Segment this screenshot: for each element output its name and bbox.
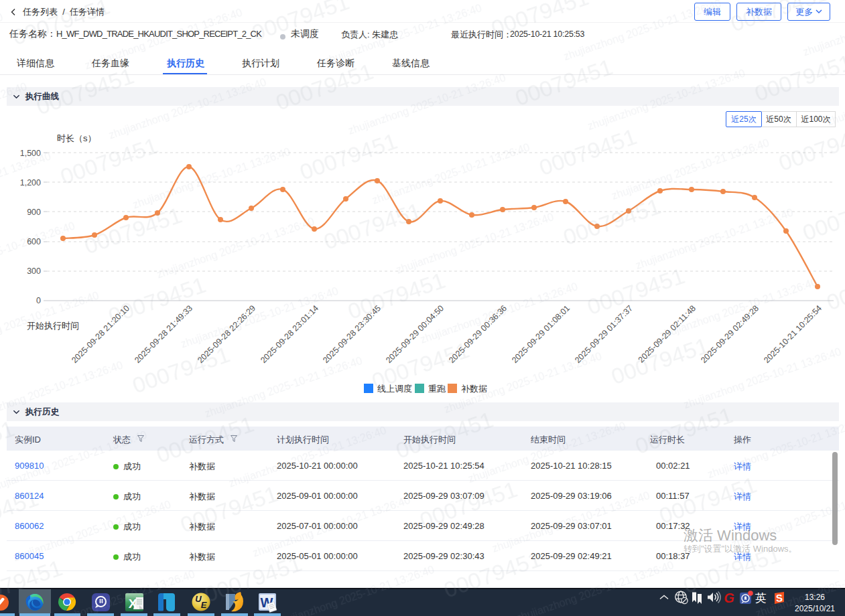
svg-text:S: S [775,592,783,604]
svg-text:2025-09-28 23:30:45: 2025-09-28 23:30:45 [321,303,383,365]
svg-text:E: E [201,600,207,610]
svg-text:2025-09-29 01:08:01: 2025-09-29 01:08:01 [510,303,572,365]
svg-text:2025-09-29 00:04:50: 2025-09-29 00:04:50 [384,303,446,365]
svg-text:2025-09-29 02:49:28: 2025-09-29 02:49:28 [699,303,761,365]
svg-text:300: 300 [27,266,41,276]
svg-text:G: G [724,591,734,605]
svg-text:X: X [129,597,137,611]
svg-text:2025-09-28 23:01:14: 2025-09-28 23:01:14 [259,303,320,365]
svg-text:补数据: 补数据 [461,384,487,394]
svg-text:开始执行时间: 开始执行时间 [27,321,79,331]
svg-text:0: 0 [36,296,41,305]
svg-text:英: 英 [755,592,767,605]
svg-text:2025-09-28 21:49:33: 2025-09-28 21:49:33 [133,303,194,365]
svg-text:2025-09-29 01:37:37: 2025-09-29 01:37:37 [573,303,635,365]
svg-text:2025-09-29 02:11:48: 2025-09-29 02:11:48 [637,303,698,364]
svg-text:重跑: 重跑 [428,384,446,394]
svg-text:2025-09-29 00:36:36: 2025-09-29 00:36:36 [447,303,509,365]
svg-text:1,500: 1,500 [20,149,41,158]
svg-text:2025-10-21 10:25:54: 2025-10-21 10:25:54 [762,303,824,365]
svg-text:时长（s）: 时长（s） [57,133,96,143]
svg-text:900: 900 [27,208,41,217]
svg-text:线上调度: 线上调度 [377,384,412,394]
svg-text:600: 600 [27,237,41,246]
svg-text:1,200: 1,200 [20,178,41,187]
svg-text:2025-09-28 21:20:10: 2025-09-28 21:20:10 [70,303,131,365]
svg-text:2025-09-28 22:26:29: 2025-09-28 22:26:29 [196,303,257,365]
